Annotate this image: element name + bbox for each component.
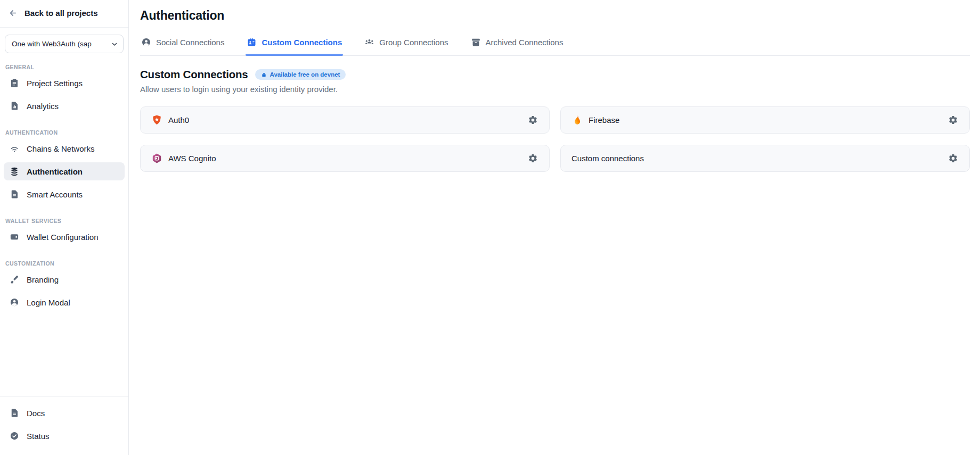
section-description: Allow users to login using your existing… (140, 85, 970, 94)
app-root: Back to all projects One with Web3Auth (… (0, 0, 980, 455)
gear-icon[interactable] (526, 113, 540, 127)
gear-icon[interactable] (946, 151, 960, 166)
tab-archived-connections[interactable]: Archived Connections (470, 36, 565, 55)
sidebar-footer: Docs Status (0, 396, 128, 455)
tab-bar: Social Connections Custom Connections Gr… (140, 36, 970, 56)
section-label-customization: CUSTOMIZATION (0, 251, 128, 270)
card-label: Auth0 (168, 115, 189, 125)
sidebar-item-label: Chains & Networks (27, 144, 95, 153)
person-circle-icon (141, 37, 151, 47)
check-circle-icon (10, 431, 19, 441)
tab-label: Group Connections (379, 38, 448, 47)
gear-icon[interactable] (526, 151, 540, 166)
sidebar-item-label: Branding (27, 275, 59, 284)
sidebar-item-docs[interactable]: Docs (4, 404, 125, 422)
sidebar-item-chains-networks[interactable]: Chains & Networks (4, 139, 125, 158)
wallet-icon (10, 232, 19, 242)
main-content: Authentication Social Connections Custom… (129, 0, 980, 455)
gear-icon[interactable] (946, 113, 960, 127)
chevron-down-icon (111, 40, 118, 48)
devnet-badge: Available free on devnet (255, 69, 346, 80)
sidebar-item-branding[interactable]: Branding (4, 270, 125, 288)
devnet-badge-label: Available free on devnet (270, 71, 340, 78)
card-aws-cognito[interactable]: AWS Cognito (140, 145, 550, 172)
section-label-general: GENERAL (0, 54, 128, 74)
id-badge-icon (247, 37, 257, 47)
project-selector[interactable]: One with Web3Auth (sap (5, 35, 124, 53)
document-icon (10, 408, 19, 418)
section-label-wallet-services: WALLET SERVICES (0, 208, 128, 228)
back-to-projects-link[interactable]: Back to all projects (0, 0, 128, 28)
section-label-authentication: AUTHENTICATION (0, 120, 128, 139)
card-left: Firebase (571, 114, 619, 126)
people-group-icon (364, 37, 374, 47)
tab-group-connections[interactable]: Group Connections (363, 36, 449, 55)
card-left: Custom connections (571, 154, 644, 163)
sidebar-item-label: Docs (27, 409, 45, 418)
sidebar-item-smart-accounts[interactable]: Smart Accounts (4, 185, 125, 203)
card-left: Auth0 (151, 114, 189, 126)
sidebar-item-wallet-configuration[interactable]: Wallet Configuration (4, 228, 125, 246)
arrow-left-icon (9, 9, 18, 18)
sidebar-item-label: Authentication (27, 167, 83, 176)
lock-icon (261, 72, 267, 78)
sidebar-item-label: Login Modal (27, 298, 70, 307)
project-selector-value: One with Web3Auth (sap (12, 40, 109, 48)
clipboard-icon (10, 78, 19, 88)
tab-label: Social Connections (156, 38, 224, 47)
sidebar-item-label: Project Settings (27, 79, 83, 88)
analytics-doc-icon (10, 101, 19, 111)
sidebar-item-label: Status (27, 432, 50, 441)
sidebar: Back to all projects One with Web3Auth (… (0, 0, 129, 455)
firebase-logo-icon (571, 114, 583, 126)
auth0-logo-icon (151, 114, 162, 126)
sidebar-item-status[interactable]: Status (4, 427, 125, 445)
tab-label: Archived Connections (486, 38, 564, 47)
back-label: Back to all projects (24, 9, 98, 18)
card-custom-connections[interactable]: Custom connections (560, 145, 970, 172)
sidebar-item-label: Wallet Configuration (27, 233, 99, 242)
card-firebase[interactable]: Firebase (560, 106, 970, 134)
card-auth0[interactable]: Auth0 (140, 106, 550, 134)
wifi-icon (10, 144, 19, 153)
sidebar-item-authentication[interactable]: Authentication (4, 162, 125, 180)
sidebar-item-login-modal[interactable]: Login Modal (4, 293, 125, 311)
sidebar-item-label: Smart Accounts (27, 190, 83, 199)
card-label: Firebase (589, 115, 619, 125)
user-circle-icon (10, 297, 19, 307)
tab-custom-connections[interactable]: Custom Connections (246, 36, 343, 55)
aws-cognito-logo-icon (151, 153, 162, 164)
page-title: Authentication (140, 9, 970, 23)
card-label: AWS Cognito (168, 154, 216, 163)
sidebar-item-project-settings[interactable]: Project Settings (4, 74, 125, 92)
card-left: AWS Cognito (151, 153, 216, 164)
tab-label: Custom Connections (262, 38, 342, 47)
document-icon (10, 189, 19, 199)
archive-box-icon (471, 37, 481, 47)
sidebar-item-label: Analytics (27, 102, 59, 111)
tab-social-connections[interactable]: Social Connections (140, 36, 225, 55)
connection-cards: Auth0 Firebase (140, 106, 970, 172)
brush-icon (10, 275, 19, 284)
card-label: Custom connections (571, 154, 644, 163)
sidebar-item-analytics[interactable]: Analytics (4, 97, 125, 115)
database-icon (10, 167, 19, 176)
section-header: Custom Connections Available free on dev… (140, 68, 970, 81)
section-heading: Custom Connections (140, 68, 248, 81)
